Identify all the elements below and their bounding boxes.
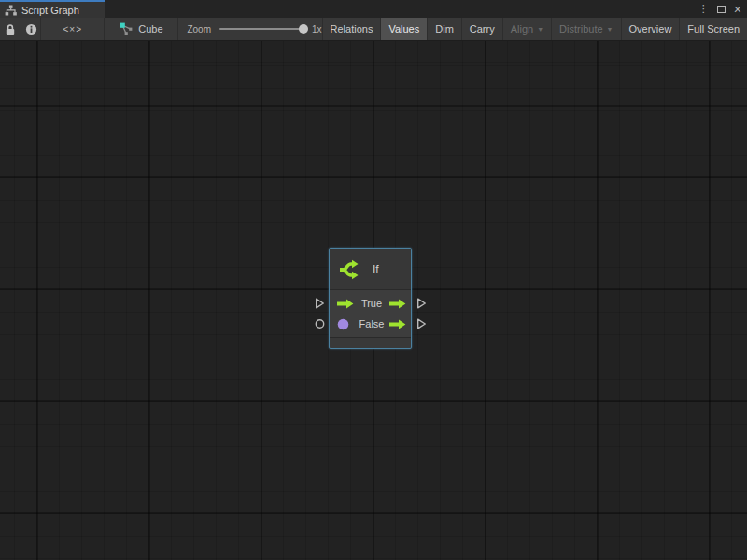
graph-target-button[interactable]: Cube [105,18,178,40]
branch-icon [338,258,362,282]
button-label: Overview [629,23,672,35]
zoom-value: 1x [312,24,322,35]
button-label: Full Screen [687,23,740,35]
graph-asset-icon [120,22,133,35]
lock-button[interactable] [0,18,21,40]
tab-title: Script Graph [21,5,79,16]
info-icon [25,23,37,35]
value-input-outer-circle-icon[interactable] [315,319,325,329]
node-title: If [373,263,379,276]
flow-output-outer-triangle-icon[interactable] [416,298,427,310]
if-node-ports: True [330,290,411,337]
lock-icon [5,23,16,35]
zoom-control: Zoom 1x [187,18,321,40]
dim-button[interactable]: Dim [427,18,461,40]
align-dropdown-button[interactable]: Align ▼ [502,18,551,40]
graph-hierarchy-icon [5,5,17,16]
values-button[interactable]: Values [380,18,427,40]
flow-output-arrow-icon[interactable] [389,319,406,329]
graph-target-label: Cube [138,23,162,35]
flow-output-arrow-icon[interactable] [389,299,406,309]
window-controls: ⋮ × [698,0,741,18]
port-row-false: False [330,314,411,334]
zoom-label: Zoom [187,24,211,35]
if-node-footer [330,337,411,348]
code-preview-button[interactable]: <×> [41,18,105,40]
info-button[interactable] [21,18,41,40]
port-label-false: False [354,318,389,329]
tab-script-graph[interactable]: Script Graph [0,0,105,18]
chevron-down-icon: ▼ [607,26,613,33]
carry-button[interactable]: Carry [461,18,502,40]
graph-canvas[interactable]: If True [0,41,747,560]
kebab-menu-icon[interactable]: ⋮ [698,4,709,14]
button-label: Values [388,23,419,35]
graph-toolbar: <×> Cube Zoom 1x Relations Values Dim [0,18,747,41]
close-icon[interactable]: × [734,3,741,16]
port-row-true: True [330,293,411,314]
button-label: Dim [435,23,454,35]
button-label: Carry [470,23,495,35]
button-label: Distribute [559,23,602,35]
button-label: Relations [331,23,374,35]
chevron-down-icon: ▼ [537,26,543,33]
toolbar-button-group: Relations Values Dim Carry Align ▼ Distr… [322,18,747,40]
port-label-true: True [354,298,389,309]
window-tab-bar: Script Graph ⋮ × [0,0,747,18]
flow-input-outer-triangle-icon[interactable] [315,298,325,310]
button-label: Align [511,23,533,35]
zoom-slider-knob[interactable] [299,24,308,34]
distribute-dropdown-button[interactable]: Distribute ▼ [551,18,620,40]
zoom-slider[interactable] [219,28,305,30]
overview-button[interactable]: Overview [621,18,680,40]
bool-value-dot-icon[interactable] [337,318,354,330]
if-node[interactable]: If True [329,248,412,349]
full-screen-button[interactable]: Full Screen [679,18,747,40]
if-node-header[interactable]: If [330,249,411,290]
flow-output-outer-triangle-icon[interactable] [416,318,427,330]
code-preview-icon: <×> [63,24,83,35]
flow-input-arrow-icon[interactable] [337,299,354,309]
relations-button[interactable]: Relations [322,18,381,40]
maximize-icon[interactable] [717,6,726,13]
